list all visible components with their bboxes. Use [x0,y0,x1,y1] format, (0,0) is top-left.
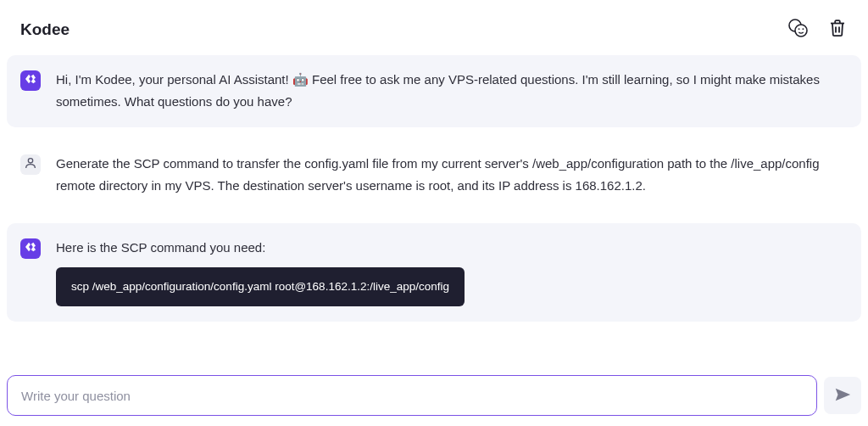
messages-list: Hi, I'm Kodee, your personal AI Assistan… [0,48,868,322]
header-actions [787,17,848,42]
message-text: Generate the SCP command to transfer the… [56,153,844,196]
header-bar: Kodee [0,0,868,48]
bot-icon [24,72,37,89]
send-icon [833,385,852,406]
code-block: scp /web_app/configuration/config.yaml r… [56,267,465,307]
avatar [20,70,41,91]
question-input[interactable] [7,375,817,416]
message-body: Here is the SCP command you need: scp /w… [56,237,844,306]
message-text: Here is the SCP command you need: [56,237,844,259]
avatar [20,238,41,259]
avatar [20,154,41,175]
svg-point-3 [803,28,804,30]
bot-icon [24,240,37,257]
message-user: Generate the SCP command to transfer the… [7,139,861,211]
trash-icon [827,18,848,41]
feedback-button[interactable] [787,17,809,42]
page-title: Kodee [20,20,70,39]
message-assistant: Here is the SCP command you need: scp /w… [7,223,861,322]
svg-point-1 [795,25,807,36]
message-text: Hi, I'm Kodee, your personal AI Assistan… [56,69,844,112]
reactions-icon [787,17,809,42]
send-button[interactable] [824,377,861,414]
person-icon [24,156,37,173]
message-assistant: Hi, I'm Kodee, your personal AI Assistan… [7,55,861,127]
input-area [7,375,861,416]
delete-button[interactable] [827,18,848,41]
svg-point-2 [798,28,800,30]
svg-point-4 [28,159,32,163]
